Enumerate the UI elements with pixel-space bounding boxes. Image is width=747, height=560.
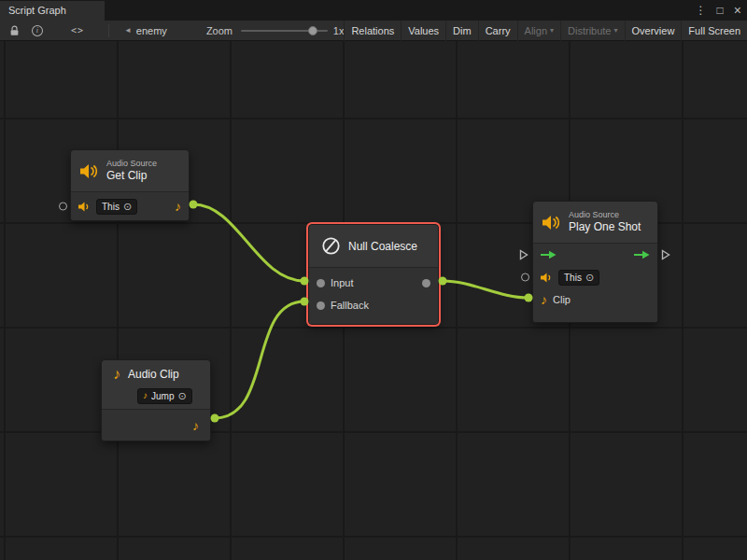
tab-bar: Script Graph ⋮ □ × xyxy=(0,0,747,21)
zoom-slider-handle[interactable] xyxy=(308,26,317,35)
zoom-label: Zoom xyxy=(206,25,233,36)
node-get-clip[interactable]: Audio Source Get Clip This ⊙ xyxy=(70,149,190,221)
info-icon[interactable]: i xyxy=(32,25,43,36)
output-row: ♪ xyxy=(102,410,210,441)
chevron-down-icon: ▾ xyxy=(550,26,554,35)
fullscreen-button[interactable]: Full Screen xyxy=(681,21,747,41)
audio-clip-note-icon: ♪ xyxy=(541,293,547,306)
breadcrumb-label: enemy xyxy=(136,25,167,36)
audio-source-icon xyxy=(542,215,561,231)
node-play-one-shot[interactable]: Audio Source Play One Shot xyxy=(532,201,658,323)
maximize-icon[interactable]: □ xyxy=(717,0,724,21)
overview-button[interactable]: Overview xyxy=(625,21,682,41)
audio-source-icon xyxy=(79,163,99,179)
audio-clip-dropdown[interactable]: ♪ Jump ⊙ xyxy=(137,388,192,404)
close-icon[interactable]: × xyxy=(734,0,741,21)
breadcrumb-back-icon: ◄ xyxy=(124,26,132,35)
object-picker-icon[interactable]: ⊙ xyxy=(177,391,186,401)
audio-clip-note-icon: ♪ xyxy=(143,391,148,400)
null-coalesce-icon xyxy=(321,236,341,256)
zoom-value: 1x xyxy=(333,25,345,36)
audio-clip-icon: ♪ xyxy=(113,367,120,382)
output-port[interactable] xyxy=(422,279,430,287)
port-row-fallback: Fallback xyxy=(309,294,438,316)
node-audio-clip[interactable]: ♪ Audio Clip ♪ Jump ⊙ ♪ xyxy=(101,359,211,441)
wire-getclip-to-input[interactable] xyxy=(193,204,304,281)
input-port[interactable] xyxy=(317,279,325,287)
node-title: Null Coalesce xyxy=(348,240,417,253)
this-dropdown-value: This xyxy=(102,202,120,212)
flow-in-arrow-icon xyxy=(541,250,557,259)
input-port-label: Input xyxy=(331,277,353,288)
flow-input-port[interactable] xyxy=(519,249,529,260)
node-header[interactable]: Null Coalesce xyxy=(309,225,438,267)
lock-icon[interactable] xyxy=(9,25,20,36)
flow-output-port[interactable] xyxy=(661,249,670,260)
tab-script-graph[interactable]: Script Graph xyxy=(0,1,105,21)
input-port-target[interactable] xyxy=(59,203,67,211)
this-dropdown-value: This xyxy=(564,273,582,283)
audio-source-mini-icon xyxy=(78,202,91,212)
carry-button[interactable]: Carry xyxy=(478,21,517,41)
breadcrumb[interactable]: ◄ enemy xyxy=(124,25,167,36)
port-row-this: This ⊙ ♪ xyxy=(71,192,189,220)
tab-title: Script Graph xyxy=(8,5,66,16)
audio-clip-note-icon: ♪ xyxy=(175,200,181,213)
unity-script-graph-window: Script Graph ⋮ □ × i <> ◄ enemy Zoom 1x xyxy=(0,0,747,560)
node-header[interactable]: Audio Source Get Clip xyxy=(71,150,189,191)
fallback-port-label: Fallback xyxy=(331,300,369,311)
port-row-clip: ♪ Clip xyxy=(533,288,657,311)
input-port-target[interactable] xyxy=(521,273,529,282)
dim-button[interactable]: Dim xyxy=(445,21,478,41)
node-title: Play One Shot xyxy=(569,220,641,233)
align-button: Align▾ xyxy=(517,21,560,41)
node-header[interactable]: Audio Source Play One Shot xyxy=(533,202,657,243)
clip-port-label: Clip xyxy=(553,294,571,305)
toolbar-separator xyxy=(108,24,109,37)
node-category: Audio Source xyxy=(569,210,641,220)
values-button[interactable]: Values xyxy=(401,21,445,41)
audio-clip-note-icon: ♪ xyxy=(192,419,199,432)
port-row-this: This ⊙ xyxy=(533,266,657,288)
graph-toolbar: i <> ◄ enemy Zoom 1x Relations Values Di… xyxy=(0,21,747,41)
this-object-dropdown[interactable]: This ⊙ xyxy=(96,199,137,215)
toolbar-buttons: Relations Values Dim Carry Align▾ Distri… xyxy=(344,21,747,41)
node-title: Get Clip xyxy=(106,169,157,182)
fallback-port[interactable] xyxy=(317,301,325,310)
flow-out-arrow-icon xyxy=(634,250,650,259)
node-header[interactable]: ♪ Audio Clip ♪ Jump ⊙ xyxy=(102,360,210,405)
port-row-input: Input xyxy=(309,272,438,294)
wire-audioclip-to-fallback[interactable] xyxy=(215,301,304,418)
code-view-icon[interactable]: <> xyxy=(71,25,84,35)
zoom-slider[interactable] xyxy=(241,24,328,37)
audio-clip-value: Jump xyxy=(151,391,174,401)
relations-button[interactable]: Relations xyxy=(344,21,401,41)
window-menu-icon[interactable]: ⋮ xyxy=(696,0,707,21)
chevron-down-icon: ▾ xyxy=(614,26,618,35)
this-object-dropdown[interactable]: This ⊙ xyxy=(558,270,599,286)
node-title: Audio Clip xyxy=(128,368,179,381)
graph-canvas[interactable]: Audio Source Get Clip This ⊙ xyxy=(0,41,747,560)
wire-output-to-clip[interactable] xyxy=(443,281,529,298)
node-null-coalesce[interactable]: Null Coalesce Input Fallback xyxy=(308,224,439,325)
object-picker-icon[interactable]: ⊙ xyxy=(123,202,132,212)
flow-row xyxy=(533,244,657,266)
audio-source-mini-icon xyxy=(541,273,553,283)
object-picker-icon[interactable]: ⊙ xyxy=(585,273,594,283)
distribute-button: Distribute▾ xyxy=(560,21,624,41)
node-category: Audio Source xyxy=(106,159,157,169)
